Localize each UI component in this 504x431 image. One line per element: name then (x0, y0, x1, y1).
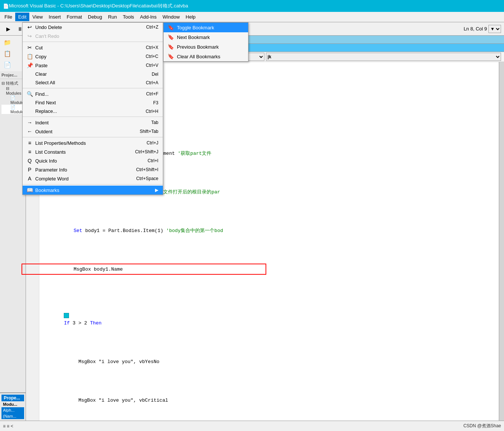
menu-run[interactable]: Run (105, 13, 120, 21)
code-msgbox1: MsgBox body1.Name (73, 267, 123, 272)
undo-icon: ↩ (26, 24, 34, 30)
clear-item[interactable]: Clear Del (23, 70, 163, 78)
paraminfo-icon: P (26, 167, 34, 173)
copy-item[interactable]: 📋 Copy Ctrl+C (23, 52, 163, 61)
quickinfo-shortcut: Ctrl+I (148, 158, 158, 163)
find-shortcut: Ctrl+F (146, 91, 158, 97)
next-bookmark-item[interactable]: 🔖 Next Bookmark (164, 32, 248, 42)
outdent-icon: ← (26, 128, 34, 134)
findnext-shortcut: F3 (153, 100, 158, 105)
listconst-shortcut: Ctrl+Shift+J (135, 149, 158, 154)
listprops-item[interactable]: ≡ List Properties/Methods Ctrl+J (23, 138, 163, 147)
undo-label: Undo Delete (35, 25, 139, 30)
keyword-then: Then (90, 320, 102, 326)
code-line-7: MsgBox "i love you", vbYesNo (41, 350, 498, 373)
indent-label: Indent (35, 120, 144, 125)
selectall-label: Select All (35, 80, 138, 85)
cut-shortcut: Ctrl+X (146, 45, 158, 50)
redo-label: Can't Redo (35, 33, 158, 39)
paste-shortcut: Ctrl+V (146, 63, 158, 68)
menu-edit[interactable]: Edit (15, 13, 29, 21)
selectall-item[interactable]: Select All Ctrl+A (23, 78, 163, 87)
find-item[interactable]: 🔍 Find... Ctrl+F (23, 89, 163, 98)
toggle-bookmark-item[interactable]: 🔖 Toggle Bookmark (164, 23, 248, 32)
menu-addins[interactable]: Add-Ins (137, 13, 160, 21)
undo-shortcut: Ctrl+Z (146, 25, 158, 30)
menu-window[interactable]: Window (159, 13, 182, 21)
class-icon-btn[interactable]: 📋 (1, 48, 13, 59)
replace-label: Replace... (35, 108, 138, 114)
undo-item[interactable]: ↩ Undo Delete Ctrl+Z (23, 23, 163, 32)
paste-item[interactable]: 📌 Paste Ctrl+V (23, 61, 163, 70)
tree-item-1[interactable]: ⊟ 转格式 (1, 81, 24, 86)
copy-label: Copy (35, 54, 138, 59)
project-icon-btn[interactable]: 📁 (1, 37, 13, 48)
status-bar: ≡ ≡ < CSDN @煮酒Shae (0, 421, 504, 431)
prev-bookmark-icon: 🔖 (167, 44, 175, 50)
bookmarks-submenu: 🔖 Toggle Bookmark 🔖 Next Bookmark 🔖 Prev… (163, 22, 248, 62)
paste-icon: 📌 (26, 62, 34, 68)
bookmarks-item[interactable]: 📖 Bookmarks ▶ (23, 186, 163, 195)
tree-item-module1[interactable]: 📄 Module1 (1, 95, 24, 105)
code-line-4: Set body1 = Part.Bodies.Item(1) 'body集合中… (41, 219, 498, 242)
prev-bookmark-item[interactable]: 🔖 Previous Bookmark (164, 42, 248, 52)
menu-format[interactable]: Format (64, 13, 85, 21)
find-label: Find... (35, 91, 139, 97)
clear-shortcut: Del (152, 72, 158, 77)
paraminfo-shortcut: Ctrl+Shift+I (136, 167, 158, 172)
comment-1: '获取part文件 (178, 151, 211, 156)
proc-dropdown[interactable]: jk (266, 53, 501, 61)
indent-shortcut: Tab (151, 120, 158, 125)
props-header: Prope... (1, 395, 24, 401)
listconst-label: List Constants (35, 149, 128, 155)
cut-label: Cut (35, 45, 138, 50)
outdent-item[interactable]: ← Outdent Shift+Tab (23, 127, 163, 136)
replace-item[interactable]: Replace... Ctrl+H (23, 107, 163, 115)
status-text: ≡ ≡ < (3, 424, 13, 429)
quickinfo-icon: Q (26, 158, 34, 164)
edit-menu-dropdown: ↩ Undo Delete Ctrl+Z ↪ Can't Redo ✂ Cut … (22, 22, 163, 195)
redo-item: ↪ Can't Redo (23, 32, 163, 40)
tree-item-module2[interactable]: 📄 Module2 (1, 105, 24, 114)
menu-help[interactable]: Help (183, 13, 199, 21)
listconst-icon: ≡ (26, 149, 34, 155)
run-btn[interactable]: ▶ (3, 24, 13, 34)
module-icon-btn[interactable]: 📄 (1, 59, 13, 70)
findnext-item[interactable]: Find Next F3 (23, 98, 163, 107)
menu-file[interactable]: File (1, 13, 15, 21)
vertical-scrollbar[interactable] (499, 62, 504, 421)
clearall-bookmark-item[interactable]: 🔖 Clear All Bookmarks (164, 52, 248, 61)
copy-icon: 📋 (26, 53, 34, 59)
tree-item-2[interactable]: ⊟ Modules (1, 86, 24, 95)
window-title: Microsoft Visual Basic - C:\Users\Shae\D… (9, 3, 188, 9)
quickinfo-item[interactable]: Q Quick Info Ctrl+I (23, 156, 163, 165)
toggle-bookmark-icon: 🔖 (167, 25, 175, 30)
completeword-item[interactable]: A Complete Word Ctrl+Space (23, 174, 163, 183)
keyword-if: If (64, 320, 72, 326)
listconst-item[interactable]: ≡ List Constants Ctrl+Shift+J (23, 147, 163, 156)
module-dropdown[interactable]: ▼ (488, 25, 501, 33)
code-body: body1 = Part.Bodies.Item(1) (85, 228, 166, 234)
cut-item[interactable]: ✂ Cut Ctrl+X (23, 43, 163, 52)
next-bookmark-label: Next Bookmark (177, 35, 244, 40)
completeword-label: Complete Word (35, 176, 129, 182)
code-line-5: MsgBox body1.Name (41, 258, 498, 281)
completeword-shortcut: Ctrl+Space (136, 176, 158, 181)
replace-shortcut: Ctrl+H (146, 109, 158, 114)
indent-icon: → (26, 120, 34, 125)
sep-4 (23, 137, 163, 137)
title-icon: 📄 (3, 3, 9, 9)
menu-insert[interactable]: Insert (46, 13, 64, 21)
menu-debug[interactable]: Debug (85, 13, 105, 21)
sep-5 (23, 184, 163, 185)
indent-item[interactable]: → Indent Tab (23, 118, 163, 127)
name-label: (Nam... (1, 413, 24, 419)
alpha-label: Alph... (1, 407, 24, 413)
cut-icon: ✂ (26, 45, 34, 50)
sep-3 (23, 117, 163, 117)
menu-view[interactable]: View (29, 13, 46, 21)
menu-tools[interactable]: Tools (120, 13, 137, 21)
paraminfo-item[interactable]: P Parameter Info Ctrl+Shift+I (23, 165, 163, 174)
listprops-label: List Properties/Methods (35, 140, 139, 146)
find-icon: 🔍 (26, 91, 34, 97)
